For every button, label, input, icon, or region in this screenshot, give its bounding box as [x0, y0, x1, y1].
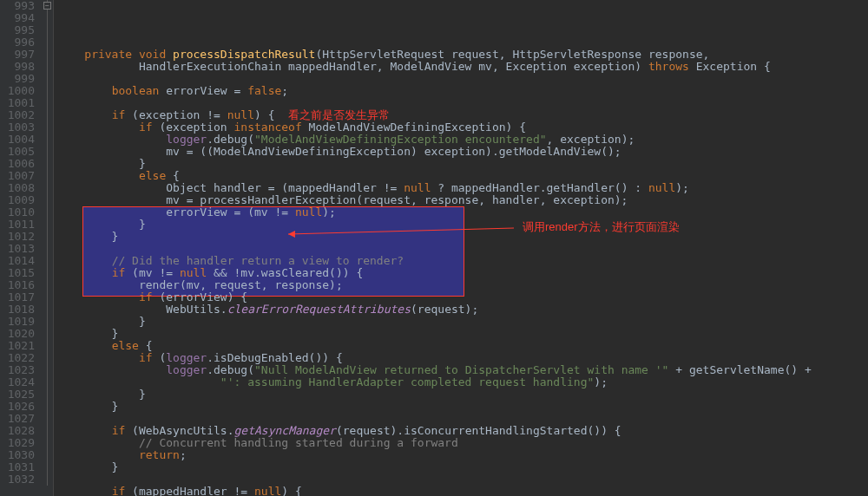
line-number: 995	[5, 24, 35, 36]
code-line[interactable]: if (exception instanceof ModelAndViewDef…	[57, 121, 868, 134]
code-line[interactable]: if (exception != null) { 看之前是否发生异常	[57, 109, 868, 121]
code-line[interactable]: }	[57, 316, 868, 328]
code-line[interactable]: }	[57, 158, 868, 170]
line-number: 1026	[5, 401, 35, 413]
line-number: 1019	[5, 316, 35, 328]
code-line[interactable]: errorView = (mv != null);	[57, 206, 868, 219]
line-number: 1025	[5, 388, 35, 401]
line-number: 1003	[5, 121, 35, 134]
line-number: 996	[5, 36, 35, 49]
line-number: 1023	[5, 364, 35, 376]
fold-toggle-icon[interactable]: −	[43, 2, 51, 10]
line-number: 1011	[5, 219, 35, 231]
code-line[interactable]	[57, 73, 868, 85]
code-editor[interactable]: 9939949959969979989991000100110021003100…	[0, 0, 868, 496]
code-line[interactable]: // Concurrent handling started during a …	[57, 437, 868, 449]
line-number: 1018	[5, 303, 35, 316]
code-line[interactable]: boolean errorView = false;	[57, 85, 868, 97]
line-number: 993	[5, 0, 35, 12]
code-line[interactable]	[57, 243, 868, 255]
code-line[interactable]: HandlerExecutionChain mappedHandler, Mod…	[57, 61, 868, 73]
line-number: 1024	[5, 376, 35, 388]
line-number: 1014	[5, 255, 35, 267]
annotation-render-label: 调用render方法，进行页面渲染	[523, 221, 680, 233]
line-number: 1007	[5, 170, 35, 182]
line-number: 1028	[5, 425, 35, 437]
line-number: 998	[5, 61, 35, 73]
line-number: 1022	[5, 352, 35, 364]
code-line[interactable]: }	[57, 328, 868, 340]
line-number: 1020	[5, 328, 35, 340]
line-number: 999	[5, 73, 35, 85]
code-line[interactable]: else {	[57, 340, 868, 352]
line-number: 1001	[5, 97, 35, 109]
line-number: 1015	[5, 267, 35, 279]
line-number: 1010	[5, 206, 35, 219]
annotation-exception: 看之前是否发生异常	[288, 108, 390, 121]
line-number: 1029	[5, 437, 35, 449]
code-line[interactable]: Object handler = (mappedHandler != null …	[57, 182, 868, 194]
code-line[interactable]: render(mv, request, response);	[57, 279, 868, 291]
line-number-gutter: 9939949959969979989991000100110021003100…	[0, 0, 43, 496]
line-number: 1012	[5, 231, 35, 243]
code-line[interactable]: if (logger.isDebugEnabled()) {	[57, 352, 868, 364]
code-area[interactable]: private void processDispatchResult(HttpS…	[54, 0, 868, 496]
code-line[interactable]: if (mv != null && !mv.wasCleared()) {	[57, 267, 868, 279]
code-line[interactable]: "': assuming HandlerAdapter completed re…	[57, 376, 868, 388]
line-number: 994	[5, 12, 35, 24]
code-line[interactable]: if (mappedHandler != null) {	[57, 486, 868, 496]
code-line[interactable]: mv = processHandlerException(request, re…	[57, 194, 868, 206]
code-line[interactable]: private void processDispatchResult(HttpS…	[57, 49, 868, 61]
line-number: 1004	[5, 134, 35, 146]
line-number: 1013	[5, 243, 35, 255]
code-line[interactable]: WebUtils.clearErrorRequestAttributes(req…	[57, 303, 868, 316]
code-line[interactable]	[57, 473, 868, 486]
line-number: 1021	[5, 340, 35, 352]
line-number: 1008	[5, 182, 35, 194]
code-line[interactable]: if (errorView) {	[57, 291, 868, 303]
code-line[interactable]: logger.debug("ModelAndViewDefiningExcept…	[57, 134, 868, 146]
line-number: 1031	[5, 461, 35, 473]
line-number: 1017	[5, 291, 35, 303]
line-number: 1005	[5, 146, 35, 158]
line-number: 1000	[5, 85, 35, 97]
code-line[interactable]: mv = ((ModelAndViewDefiningException) ex…	[57, 146, 868, 158]
code-line[interactable]: // Did the handler return a view to rend…	[57, 255, 868, 267]
code-line[interactable]: }	[57, 461, 868, 473]
line-number: 1030	[5, 449, 35, 461]
line-number: 1016	[5, 279, 35, 291]
line-number: 997	[5, 49, 35, 61]
code-line[interactable]: return;	[57, 449, 868, 461]
line-number: 1032	[5, 473, 35, 486]
code-line[interactable]: if (WebAsyncUtils.getAsyncManager(reques…	[57, 425, 868, 437]
code-line[interactable]	[57, 97, 868, 109]
line-number: 1006	[5, 158, 35, 170]
code-line[interactable]	[57, 413, 868, 425]
line-number: 1027	[5, 413, 35, 425]
line-number: 1002	[5, 109, 35, 121]
code-line[interactable]: }	[57, 401, 868, 413]
line-number: 1009	[5, 194, 35, 206]
fold-strip[interactable]: −	[43, 0, 54, 496]
code-line[interactable]: else {	[57, 170, 868, 182]
code-line[interactable]: }	[57, 388, 868, 401]
code-line[interactable]: }	[57, 219, 868, 231]
code-line[interactable]: logger.debug("Null ModelAndView returned…	[57, 364, 868, 376]
code-line[interactable]: }	[57, 231, 868, 243]
